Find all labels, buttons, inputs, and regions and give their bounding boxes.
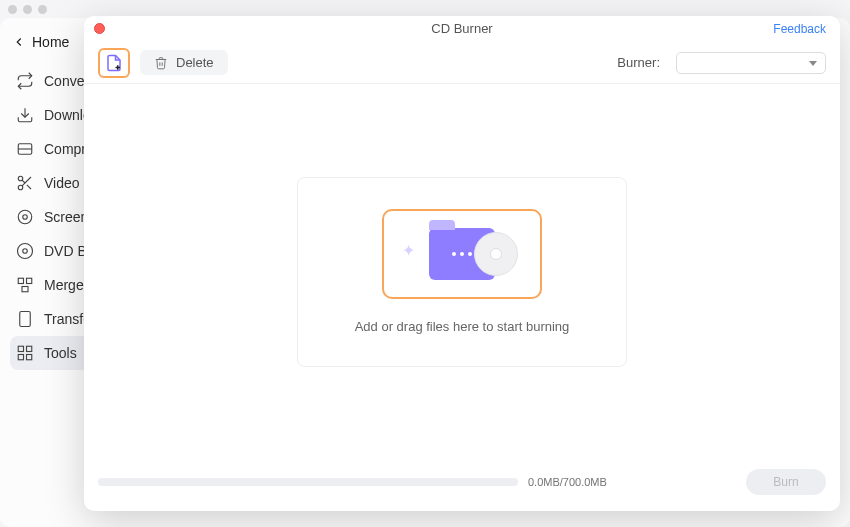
- svg-point-8: [18, 210, 32, 224]
- svg-rect-19: [27, 355, 32, 360]
- compress-icon: [16, 140, 34, 158]
- delete-button[interactable]: Delete: [140, 50, 228, 75]
- svg-point-9: [23, 215, 28, 220]
- disc-graphic: [474, 232, 518, 276]
- chevron-left-icon: [12, 35, 26, 49]
- transfer-icon: [16, 310, 34, 328]
- svg-rect-13: [27, 278, 32, 283]
- burn-button[interactable]: Burn: [746, 469, 826, 495]
- modal-toolbar: Delete Burner:: [84, 42, 840, 84]
- scissors-icon: [16, 174, 34, 192]
- home-label: Home: [32, 34, 69, 50]
- burner-label: Burner:: [617, 55, 660, 70]
- trash-icon: [154, 56, 168, 70]
- file-plus-icon: [105, 54, 123, 72]
- mac-min-dot[interactable]: [23, 5, 32, 14]
- modal-titlebar: CD Burner Feedback: [84, 16, 840, 42]
- svg-rect-15: [20, 312, 31, 327]
- sparkle-icon: ✦: [402, 241, 415, 260]
- drop-zone[interactable]: ✦ Add or drag files here to start burnin…: [297, 177, 627, 367]
- svg-line-6: [27, 185, 31, 189]
- sidebar-item-label: Merger: [44, 277, 88, 293]
- svg-rect-18: [27, 346, 32, 351]
- cd-burner-modal: CD Burner Feedback Delete Burner: ✦ Add …: [84, 16, 840, 511]
- mac-close-dot[interactable]: [8, 5, 17, 14]
- modal-body: ✦ Add or drag files here to start burnin…: [84, 84, 840, 459]
- merge-icon: [16, 276, 34, 294]
- modal-title: CD Burner: [431, 21, 492, 36]
- svg-rect-12: [18, 278, 23, 283]
- modal-footer: 0.0MB/700.0MB Burn: [84, 459, 840, 511]
- add-file-button[interactable]: [98, 48, 130, 78]
- size-progress-bar: [98, 478, 518, 486]
- download-icon: [16, 106, 34, 124]
- svg-rect-20: [18, 355, 23, 360]
- size-text: 0.0MB/700.0MB: [528, 476, 607, 488]
- svg-rect-14: [22, 287, 28, 292]
- modal-close-button[interactable]: [94, 23, 105, 34]
- svg-point-10: [18, 244, 33, 259]
- grid-icon: [16, 344, 34, 362]
- disc-icon: [16, 242, 34, 260]
- svg-line-7: [22, 180, 25, 183]
- mac-max-dot[interactable]: [38, 5, 47, 14]
- record-icon: [16, 208, 34, 226]
- burner-select[interactable]: [676, 52, 826, 74]
- svg-rect-17: [18, 346, 23, 351]
- svg-point-4: [18, 185, 23, 190]
- drop-illustration: ✦: [382, 209, 542, 299]
- svg-point-3: [18, 176, 23, 181]
- sidebar-item-label: Tools: [44, 345, 77, 361]
- feedback-link[interactable]: Feedback: [773, 22, 826, 36]
- delete-label: Delete: [176, 55, 214, 70]
- converter-icon: [16, 72, 34, 90]
- drop-hint: Add or drag files here to start burning: [355, 319, 570, 334]
- svg-point-11: [23, 249, 28, 254]
